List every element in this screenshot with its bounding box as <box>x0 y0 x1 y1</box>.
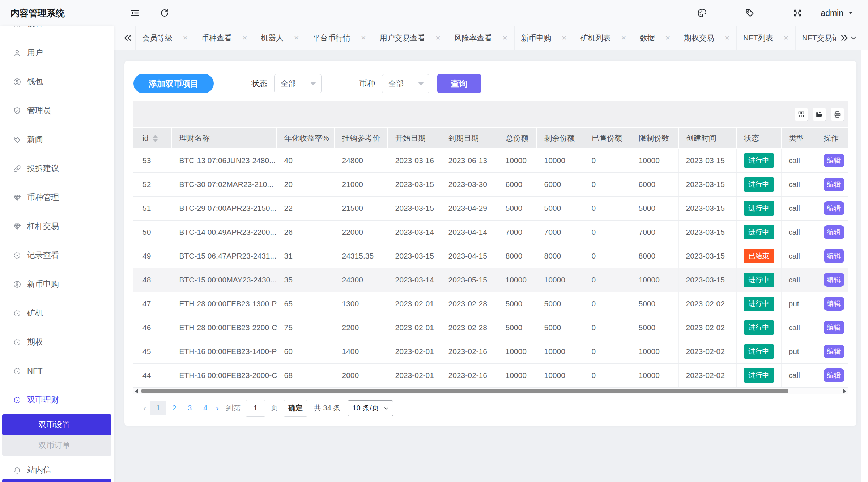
horizontal-scrollbar[interactable] <box>133 388 848 394</box>
sidebar-subitem-dual-orders[interactable]: 双币订单 <box>2 435 111 456</box>
tabs-dropdown-icon[interactable] <box>849 34 858 42</box>
tab-close-icon[interactable]: ✕ <box>502 34 507 42</box>
tab-close-icon[interactable]: ✕ <box>435 34 441 42</box>
tab-close-icon[interactable]: ✕ <box>242 34 247 42</box>
cell-name: ETH-28 00:00FEB23-1300-P <box>172 292 277 316</box>
tab-robot[interactable]: 机器人✕ <box>254 26 306 50</box>
print-button[interactable] <box>831 108 844 121</box>
tab-close-icon[interactable]: ✕ <box>562 34 567 42</box>
cell-id: 50 <box>133 220 172 244</box>
horizontal-scrollbar-thumb[interactable] <box>141 389 788 393</box>
sidebar-item-miner[interactable]: 矿机 <box>0 299 114 328</box>
cell-sold: 0 <box>584 292 631 316</box>
fullscreen-icon[interactable] <box>792 8 803 18</box>
tab-new-coin-subscribe[interactable]: 新币申购✕ <box>515 26 574 50</box>
export-button[interactable] <box>813 108 826 121</box>
sidebar-item-margin-trade[interactable]: 杠杆交易 <box>0 212 114 241</box>
confirm-button[interactable]: 确定 <box>284 400 307 417</box>
sidebar-item-users[interactable]: 用户 <box>0 38 114 67</box>
table-row: 48BTC-15 00:00MAY23-2430...35243002023-0… <box>133 268 848 292</box>
sidebar-item-settings[interactable]: 设置 <box>0 26 114 38</box>
edit-button[interactable]: 编辑 <box>824 249 844 263</box>
sidebar-item-nft[interactable]: NFT <box>0 357 114 385</box>
tab-close-icon[interactable]: ✕ <box>783 34 789 42</box>
search-button[interactable]: 查询 <box>437 74 481 93</box>
sidebar-item-dual-invest[interactable]: 双币理财 <box>0 385 114 414</box>
tab-nft-list[interactable]: NFT列表✕ <box>737 26 796 50</box>
tab-risk-rate-view[interactable]: 风险率查看✕ <box>447 26 514 50</box>
refresh-icon[interactable] <box>159 8 170 18</box>
add-dual-project-button[interactable]: 添加双币项目 <box>133 74 214 93</box>
page-next-button[interactable]: › <box>216 403 219 413</box>
edit-button[interactable]: 编辑 <box>824 321 844 334</box>
tab-options-trade[interactable]: 期权交易✕ <box>677 26 737 50</box>
tag-icon[interactable] <box>745 8 755 18</box>
tab-platform-coin-market[interactable]: 平台币行情✕ <box>306 26 373 50</box>
tab-nft-trade-records[interactable]: NFT交易记录 <box>796 26 836 50</box>
sort-icon[interactable] <box>153 135 158 142</box>
sidebar-subitem-dual-settings[interactable]: 双币设置 <box>2 414 111 435</box>
sidebar-item-coin-manage[interactable]: 币种管理 <box>0 183 114 212</box>
tab-miner-list[interactable]: 矿机列表✕ <box>574 26 633 50</box>
page-prev-button[interactable]: ‹ <box>143 403 146 413</box>
tab-close-icon[interactable]: ✕ <box>294 34 299 42</box>
tabs-scroll-right-icon[interactable] <box>840 33 849 43</box>
page-number-2[interactable]: 2 <box>166 401 182 415</box>
sidebar-item-site-mail[interactable]: 站内信 <box>0 456 114 482</box>
sidebar-item-admins[interactable]: 管理员 <box>0 96 114 125</box>
sidebar-item-feedback[interactable]: 投拆建议 <box>0 154 114 183</box>
status-select[interactable]: 全部 <box>274 74 322 93</box>
tab-coin-view[interactable]: 币种查看✕ <box>195 26 254 50</box>
coin-select[interactable]: 全部 <box>382 74 429 93</box>
tab-member-level[interactable]: 会员等级✕ <box>135 26 195 50</box>
app-header: 内容管理系统 admin <box>0 0 868 26</box>
scroll-left-arrow-icon[interactable] <box>135 389 138 394</box>
cell-sold: 0 <box>584 196 631 220</box>
menu-fold-icon[interactable] <box>130 8 140 18</box>
sidebar-item-label: 记录查看 <box>27 250 59 261</box>
status-badge: 进行中 <box>744 177 774 192</box>
scroll-right-arrow-icon[interactable] <box>843 389 846 394</box>
jump-page-input[interactable] <box>246 400 265 417</box>
page-number-4[interactable]: 4 <box>197 401 213 415</box>
table-header-id[interactable]: id <box>133 128 172 149</box>
tab-close-icon[interactable]: ✕ <box>621 34 626 42</box>
page-number-3[interactable]: 3 <box>182 401 197 415</box>
edit-button[interactable]: 编辑 <box>824 273 844 287</box>
cell-name: BTC-15 06:47APR23-2431... <box>172 244 277 268</box>
edit-button[interactable]: 编辑 <box>824 368 844 382</box>
tab-close-icon[interactable]: ✕ <box>665 34 671 42</box>
cell-name: BTC-15 00:00MAY23-2430... <box>172 268 277 292</box>
user-menu[interactable]: admin <box>821 8 854 18</box>
sidebar-item-options[interactable]: 期权 <box>0 328 114 357</box>
edit-button[interactable]: 编辑 <box>824 225 844 239</box>
page-size-select[interactable]: 10 条/页 <box>348 400 393 416</box>
edit-button[interactable]: 编辑 <box>824 297 844 311</box>
tab-user-trade-view[interactable]: 用户交易查看✕ <box>373 26 447 50</box>
cell-total: 10000 <box>498 268 537 292</box>
edit-button[interactable]: 编辑 <box>824 154 844 167</box>
columns-toggle-button[interactable] <box>795 108 808 121</box>
edit-button[interactable]: 编辑 <box>824 201 844 215</box>
sidebar-item-new-coin-subscribe[interactable]: 新币申购 <box>0 270 114 299</box>
table-header-status: 状态 <box>736 128 781 149</box>
cell-type: call <box>781 172 816 196</box>
sidebar-item-news[interactable]: 新闻 <box>0 125 114 154</box>
cell-limit: 7000 <box>631 220 678 244</box>
page-number-1[interactable]: 1 <box>150 401 166 415</box>
edit-button[interactable]: 编辑 <box>824 345 844 358</box>
vertical-scrollbar-gutter[interactable] <box>861 50 868 482</box>
edit-button[interactable]: 编辑 <box>824 178 844 191</box>
tab-close-icon[interactable]: ✕ <box>361 34 366 42</box>
cell-action: 编辑 <box>816 220 848 244</box>
tab-data[interactable]: 数据✕ <box>633 26 677 50</box>
palette-icon[interactable] <box>697 8 707 18</box>
tab-close-icon[interactable]: ✕ <box>183 34 188 42</box>
total-count-label: 共 34 条 <box>314 403 340 413</box>
cell-sold: 0 <box>584 172 631 196</box>
sidebar-item-record-view[interactable]: 记录查看 <box>0 241 114 270</box>
sidebar-subitem-label: 双币订单 <box>38 440 70 451</box>
tabs-scroll-left-icon[interactable] <box>123 33 132 43</box>
sidebar-item-wallet[interactable]: 钱包 <box>0 67 114 96</box>
tab-close-icon[interactable]: ✕ <box>724 34 730 42</box>
